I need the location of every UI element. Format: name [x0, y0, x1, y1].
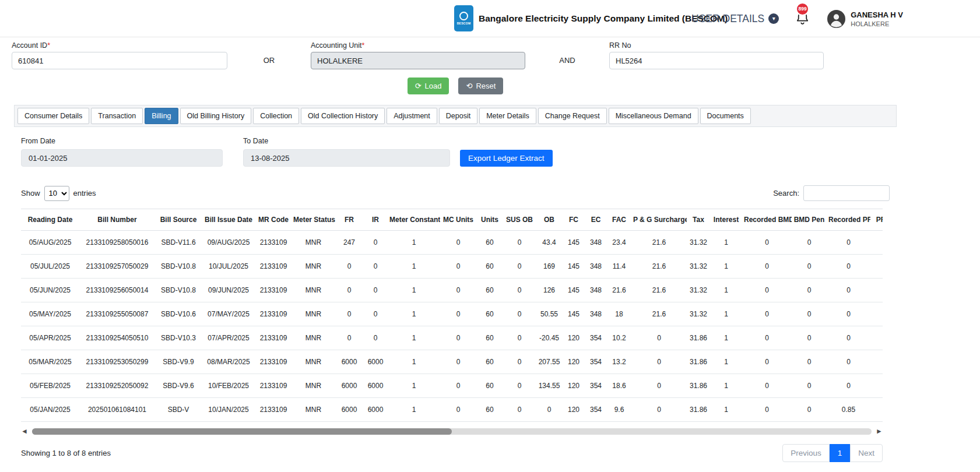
account-search-form: Account ID* OR Accounting Unit* AND RR N… — [0, 41, 980, 69]
table-cell: 0 — [631, 398, 687, 422]
table-cell: 0 — [870, 231, 883, 255]
table-cell: 0 — [440, 279, 476, 302]
search-label: Search: — [773, 189, 799, 198]
tab-deposit[interactable]: Deposit — [439, 108, 477, 124]
table-cell: 60 — [476, 255, 503, 279]
scroll-left-icon[interactable]: ◄ — [21, 428, 28, 435]
to-date-field: To Date — [243, 136, 460, 167]
previous-page-button[interactable]: Previous — [782, 444, 830, 462]
to-date-input[interactable] — [243, 149, 450, 167]
scrollbar-track[interactable] — [32, 428, 872, 435]
table-cell: 2133109 — [255, 255, 291, 279]
showing-entries-text: Showing 1 to 8 of 8 entries — [21, 449, 111, 457]
table-cell: 0 — [440, 326, 476, 350]
table-cell: 0 — [440, 231, 476, 255]
table-cell: SBD-V10.3 — [155, 326, 202, 350]
table-cell: 50.55 — [536, 302, 563, 326]
tab-collection[interactable]: Collection — [253, 108, 299, 124]
table-cell: 1 — [388, 302, 440, 326]
tab-transaction[interactable]: Transaction — [91, 108, 143, 124]
reset-icon: ⟲ — [466, 82, 472, 90]
tab-adjustment[interactable]: Adjustment — [387, 108, 437, 124]
table-cell: 09/JUN/2025 — [202, 279, 255, 302]
table-cell: 05/APR/2025 — [21, 326, 79, 350]
table-cell: 0 — [503, 398, 536, 422]
table-cell: 134.55 — [536, 374, 563, 398]
logo-text: BESCOM — [457, 22, 471, 25]
account-id-field: Account ID* — [12, 41, 227, 69]
tab-old-collection-history[interactable]: Old Collection History — [301, 108, 385, 124]
table-cell: 6000 — [335, 398, 363, 422]
table-cell: 07/APR/2025 — [202, 326, 255, 350]
table-cell: 1 — [710, 350, 742, 374]
from-date-input[interactable] — [21, 149, 223, 167]
tab-documents[interactable]: Documents — [700, 108, 751, 124]
export-ledger-button[interactable]: Export Ledger Extract — [460, 150, 553, 167]
table-cell: 0 — [335, 279, 363, 302]
page-size-control: Show 10 entries — [21, 186, 96, 201]
brand: BESCOM Bangalore Electricity Supply Comp… — [454, 5, 728, 31]
table-cell: 60 — [476, 326, 503, 350]
search-input[interactable] — [803, 185, 890, 201]
notifications-button[interactable]: 899 — [795, 10, 810, 28]
table-cell: 0 — [792, 279, 827, 302]
table-row: 05/JUL/20252133109257050029SBD-V10.810/J… — [21, 255, 883, 279]
table-cell: 145 — [563, 279, 585, 302]
column-header: Bill Number — [79, 209, 155, 231]
table-cell: 2133109 — [255, 398, 291, 422]
user-details-dropdown[interactable]: USER DETAILS ▾ — [691, 13, 779, 25]
table-cell: 1 — [710, 255, 742, 279]
avatar[interactable] — [827, 10, 845, 28]
user-location: HOLALKERE — [851, 20, 903, 27]
scrollbar-thumb[interactable] — [32, 428, 452, 435]
accounting-unit-input[interactable] — [311, 52, 525, 69]
table-cell: 05/FEB/2025 — [21, 374, 79, 398]
user-info: GANESHA H V HOLALKERE — [851, 10, 903, 27]
load-button[interactable]: ⟳ Load — [408, 78, 449, 94]
tab-bar: Consumer DetailsTransactionBillingOld Bi… — [14, 105, 897, 127]
table-cell: 0 — [503, 279, 536, 302]
reset-button[interactable]: ⟲ Reset — [458, 78, 503, 94]
tab-old-billing-history[interactable]: Old Billing History — [180, 108, 252, 124]
table-cell: 21.6 — [631, 231, 687, 255]
tab-meter-details[interactable]: Meter Details — [479, 108, 536, 124]
app-header: BESCOM Bangalore Electricity Supply Comp… — [0, 0, 980, 37]
tab-billing[interactable]: Billing — [145, 108, 178, 124]
table-cell: 43.4 — [536, 231, 563, 255]
table-cell: 0 — [503, 302, 536, 326]
table-cell: 60 — [476, 398, 503, 422]
scroll-right-icon[interactable]: ► — [876, 428, 883, 435]
table-cell: 2133109254050510 — [79, 326, 155, 350]
rr-no-input[interactable] — [609, 52, 824, 69]
tab-consumer-details[interactable]: Consumer Details — [17, 108, 89, 124]
table-cell: 0 — [631, 326, 687, 350]
table-cell: 18 — [607, 302, 631, 326]
table-cell: 0 — [792, 374, 827, 398]
account-id-input[interactable] — [12, 52, 227, 69]
table-cell: 348 — [585, 255, 607, 279]
required-asterisk: * — [362, 41, 365, 50]
column-header: MR Code — [255, 209, 291, 231]
table-cell: 0 — [827, 326, 870, 350]
table-cell: 6000 — [363, 398, 388, 422]
column-header: EC — [585, 209, 607, 231]
tab-change-request[interactable]: Change Request — [538, 108, 607, 124]
column-header: P & G Surcharge — [631, 209, 687, 231]
page-1-button[interactable]: 1 — [830, 444, 851, 462]
table-cell: SBD-V9.6 — [155, 374, 202, 398]
reset-button-label: Reset — [476, 82, 496, 90]
table-cell: 07/MAY/2025 — [202, 302, 255, 326]
tab-miscellaneous-demand[interactable]: Miscellaneous Demand — [609, 108, 698, 124]
table-cell: 0 — [742, 279, 792, 302]
table-cell: 31.86 — [687, 350, 710, 374]
table-cell: 2133109258050016 — [79, 231, 155, 255]
table-cell: 1 — [388, 350, 440, 374]
or-label: OR — [227, 56, 311, 69]
next-page-button[interactable]: Next — [850, 444, 883, 462]
table-cell: 05/JUN/2025 — [21, 279, 79, 302]
table-cell: 348 — [585, 302, 607, 326]
table-cell: MNR — [291, 279, 335, 302]
column-header: FC — [563, 209, 585, 231]
page-size-select[interactable]: 10 — [44, 186, 69, 201]
account-id-label: Account ID* — [12, 41, 227, 50]
